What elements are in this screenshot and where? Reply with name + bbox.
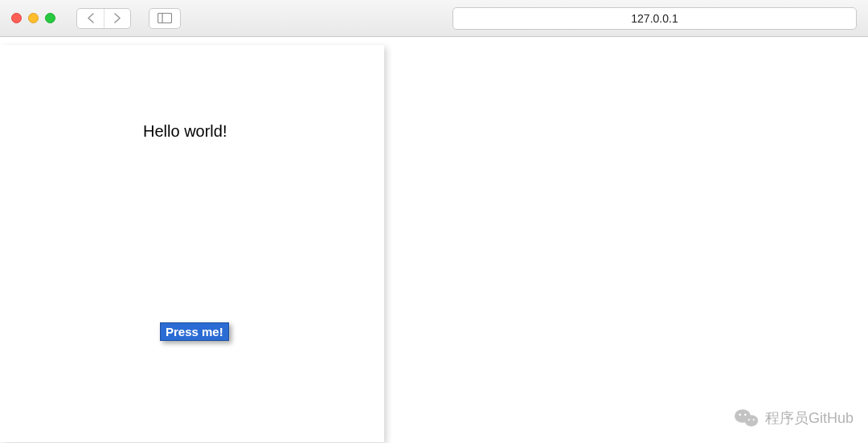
close-window-button[interactable] [11,13,22,23]
wechat-icon [735,408,759,429]
sidebar-icon [158,13,172,23]
navigation-buttons [76,8,131,29]
sidebar-toggle-button[interactable] [149,8,181,29]
svg-point-3 [744,415,758,426]
svg-rect-0 [158,14,172,23]
back-button[interactable] [77,8,104,29]
chevron-left-icon [87,13,94,23]
minimize-window-button[interactable] [28,13,39,23]
page-content: Hello world! Press me! 程序员GitHub [0,37,868,443]
address-bar[interactable]: 127.0.0.1 [452,7,857,30]
browser-toolbar: 127.0.0.1 [0,0,868,37]
svg-point-5 [744,414,747,416]
watermark-text: 程序员GitHub [765,408,854,428]
address-text: 127.0.0.1 [631,12,678,25]
watermark: 程序员GitHub [735,408,854,429]
maximize-window-button[interactable] [45,13,55,23]
press-me-button[interactable]: Press me! [160,322,229,341]
app-window: Hello world! Press me! [0,45,384,442]
svg-point-7 [753,419,755,420]
svg-point-4 [739,414,741,416]
chevron-right-icon [114,13,121,23]
svg-point-6 [748,419,750,420]
window-controls [11,13,55,23]
hello-heading: Hello world! [143,122,227,141]
forward-button[interactable] [104,8,130,29]
